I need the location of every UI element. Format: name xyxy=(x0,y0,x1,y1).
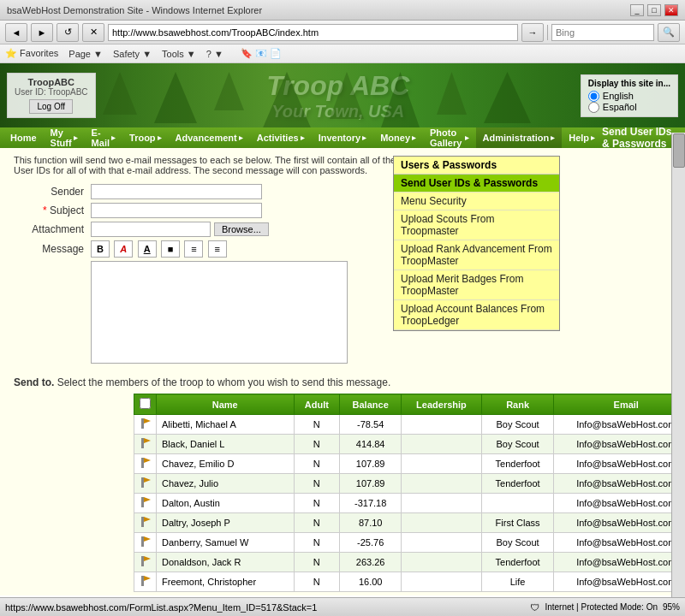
format-underline[interactable]: A xyxy=(138,240,157,258)
nav-inventory[interactable]: Inventory ▸ xyxy=(312,127,374,148)
svg-marker-9 xyxy=(144,497,151,502)
nav-photogallery[interactable]: Photo Gallery ▸ xyxy=(423,127,476,148)
svg-rect-0 xyxy=(141,418,144,429)
attachment-input[interactable] xyxy=(91,222,211,237)
row-adult: N xyxy=(294,474,340,494)
go-button[interactable]: → xyxy=(521,23,544,42)
lang-espanol-radio[interactable] xyxy=(588,102,599,113)
svg-marker-17 xyxy=(144,576,151,581)
subject-label-text: Subject xyxy=(50,204,84,216)
sender-input[interactable] xyxy=(91,184,262,199)
flag-icon xyxy=(140,418,151,429)
format-italic[interactable]: A xyxy=(114,240,133,258)
row-checkbox-cell[interactable] xyxy=(134,415,157,435)
scrollbar[interactable] xyxy=(671,133,685,597)
row-email: Info@bsaWebHost.com xyxy=(554,474,685,494)
message-textarea[interactable] xyxy=(91,261,348,364)
dropdown-upload-rank[interactable]: Upload Rank Advancement From TroopMaster xyxy=(394,240,559,270)
svg-rect-4 xyxy=(141,458,144,468)
status-zone: Internet | Protected Mode: On xyxy=(545,602,658,612)
row-checkbox-cell[interactable] xyxy=(134,494,157,513)
help-menu[interactable]: ? ▼ xyxy=(206,49,223,59)
row-email: Info@bsaWebHost.com xyxy=(554,533,685,553)
safety-menu[interactable]: Safety ▼ xyxy=(113,49,152,59)
nav-email[interactable]: E-Mail ▸ xyxy=(85,127,122,148)
row-adult: N xyxy=(294,415,340,435)
row-balance: 87.10 xyxy=(340,513,402,533)
row-rank: Life xyxy=(481,572,554,592)
row-checkbox-cell[interactable] xyxy=(134,513,157,533)
close-button[interactable]: ✕ xyxy=(664,4,678,16)
lang-espanol-option[interactable]: Español xyxy=(588,102,670,113)
address-bar[interactable] xyxy=(108,24,518,41)
dropdown-upload-merit[interactable]: Upload Merit Badges From TroopMaster xyxy=(394,270,559,300)
browser-menu: ⭐ Favorites Page ▼ Safety ▼ Tools ▼ ? ▼ … xyxy=(0,44,685,63)
select-all-checkbox[interactable] xyxy=(140,398,151,409)
lang-english-radio[interactable] xyxy=(588,91,599,102)
dropdown-menu-security[interactable]: Menu Security xyxy=(394,192,559,210)
troop-name: TroopABC xyxy=(15,77,88,87)
status-icons: 🛡 Internet | Protected Mode: On 95% xyxy=(530,602,680,613)
format-align-right[interactable]: ≡ xyxy=(208,240,227,258)
row-balance: -25.76 xyxy=(340,533,402,553)
toolbar-icons: 🔖 📧 📄 xyxy=(241,48,282,59)
row-balance: 107.89 xyxy=(340,474,402,494)
row-checkbox-cell[interactable] xyxy=(134,533,157,553)
search-icon[interactable]: 🔍 xyxy=(658,23,680,42)
format-color[interactable]: ■ xyxy=(161,240,180,258)
table-row: Alibetti, Michael A N -78.54 Boy Scout I… xyxy=(134,415,686,435)
nav-troop[interactable]: Troop ▸ xyxy=(122,127,169,148)
language-selector: Display this site in... English Español xyxy=(581,74,678,117)
send-to-strong: Send to. xyxy=(14,376,54,388)
table-header-name: Name xyxy=(157,394,295,415)
nav-money[interactable]: Money ▸ xyxy=(373,127,423,148)
forward-button[interactable]: ► xyxy=(31,23,53,42)
row-checkbox-cell[interactable] xyxy=(134,553,157,572)
logoff-button[interactable]: Log Off xyxy=(29,99,73,114)
page-menu[interactable]: Page ▼ xyxy=(68,49,103,59)
row-checkbox-cell[interactable] xyxy=(134,572,157,592)
svg-marker-1 xyxy=(144,418,151,424)
table-header-balance: Balance xyxy=(340,394,402,415)
send-to-label: Send to. Select the members of the troop… xyxy=(14,376,671,388)
subject-input[interactable] xyxy=(91,203,262,218)
search-bar[interactable] xyxy=(551,24,654,41)
lang-english-option[interactable]: English xyxy=(588,91,670,102)
zoom-level: 95% xyxy=(663,602,680,612)
row-checkbox-cell[interactable] xyxy=(134,454,157,474)
nav-help[interactable]: Help ▸ xyxy=(562,127,602,148)
nav-mystuff[interactable]: My Stuff ▸ xyxy=(44,127,85,148)
tools-menu[interactable]: Tools ▼ xyxy=(162,49,196,59)
format-bold[interactable]: B xyxy=(91,240,110,258)
favorites-menu[interactable]: ⭐ Favorites xyxy=(5,48,58,59)
nav-advancement[interactable]: Advancement ▸ xyxy=(169,127,250,148)
scrollbar-thumb[interactable] xyxy=(673,133,685,168)
nav-home[interactable]: Home xyxy=(3,127,44,148)
table-header-checkbox[interactable] xyxy=(134,394,157,415)
dropdown-upload-scouts[interactable]: Upload Scouts From Troopmaster xyxy=(394,210,559,240)
browse-button[interactable]: Browse... xyxy=(214,222,269,236)
browser-toolbar: ◄ ► ↺ ✕ → 🔍 xyxy=(0,21,685,44)
stop-button[interactable]: ✕ xyxy=(82,23,104,42)
refresh-button[interactable]: ↺ xyxy=(57,23,79,42)
dropdown-send-userids[interactable]: Send User IDs & Passwords xyxy=(394,175,559,192)
back-button[interactable]: ◄ xyxy=(5,23,27,42)
svg-marker-7 xyxy=(144,477,151,483)
row-checkbox-cell[interactable] xyxy=(134,435,157,454)
dropdown-upload-account[interactable]: Upload Account Balances From TroopLedger xyxy=(394,300,559,330)
format-align-left[interactable]: ≡ xyxy=(184,240,203,258)
table-row: Donaldson, Jack R N 263.26 Tenderfoot In… xyxy=(134,553,686,572)
nav-activities[interactable]: Activities ▸ xyxy=(250,127,312,148)
nav-administration[interactable]: Administration ▸ xyxy=(476,127,563,148)
maximize-button[interactable]: □ xyxy=(647,4,661,16)
row-rank: Boy Scout xyxy=(481,435,554,454)
minimize-button[interactable]: _ xyxy=(630,4,644,16)
flag-icon xyxy=(140,575,151,587)
row-checkbox-cell[interactable] xyxy=(134,474,157,494)
window-controls: _ □ ✕ xyxy=(630,4,678,16)
svg-marker-11 xyxy=(144,517,151,522)
main-content: This function will send two e-mail messa… xyxy=(0,148,685,373)
row-name: Alibetti, Michael A xyxy=(157,415,295,435)
flag-icon xyxy=(140,477,151,489)
nav-send-passwords[interactable]: Send User IDs & Passwords xyxy=(602,126,682,150)
